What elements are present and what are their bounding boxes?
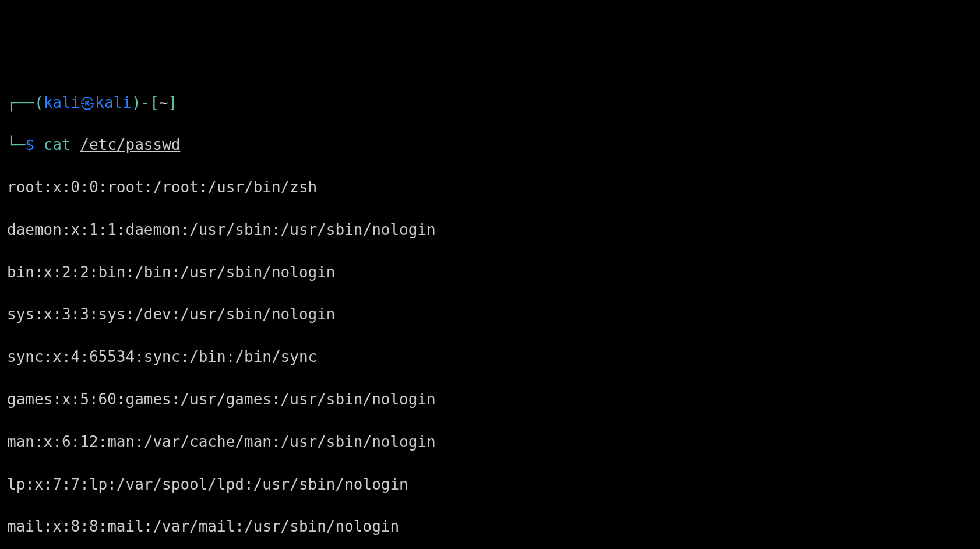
output-line: games:x:5:60:games:/usr/games:/usr/sbin/… [7, 389, 973, 410]
output-line: man:x:6:12:man:/var/cache/man:/usr/sbin/… [7, 431, 973, 452]
output-line: sys:x:3:3:sys:/dev:/usr/sbin/nologin [7, 304, 973, 325]
prompt-line-2[interactable]: └─$ cat /etc/passwd [7, 134, 973, 155]
skull-icon: ㉿ [80, 94, 95, 111]
prompt-cwd: ~ [159, 94, 168, 111]
output-line: sync:x:4:65534:sync:/bin:/bin/sync [7, 346, 973, 367]
prompt-dollar: $ [25, 136, 34, 153]
command-name: cat [44, 136, 71, 153]
output-line: mail:x:8:8:mail:/var/mail:/usr/sbin/nolo… [7, 516, 973, 537]
output-line: daemon:x:1:1:daemon:/usr/sbin:/usr/sbin/… [7, 219, 973, 240]
command-arg: /etc/passwd [80, 136, 180, 153]
prompt-decorator: ┌──( [7, 94, 44, 111]
prompt-line-1: ┌──(kali㉿kali)-[~] [7, 92, 973, 113]
prompt-decorator: └─ [7, 136, 25, 153]
prompt-decorator: )-[ [132, 94, 159, 111]
prompt-user: kali [44, 94, 80, 111]
output-line: root:x:0:0:root:/root:/usr/bin/zsh [7, 177, 973, 198]
prompt-host: kali [95, 94, 132, 111]
output-line: bin:x:2:2:bin:/bin:/usr/sbin/nologin [7, 262, 973, 283]
output-line: lp:x:7:7:lp:/var/spool/lpd:/usr/sbin/nol… [7, 474, 973, 495]
prompt-decorator: ] [168, 94, 178, 111]
